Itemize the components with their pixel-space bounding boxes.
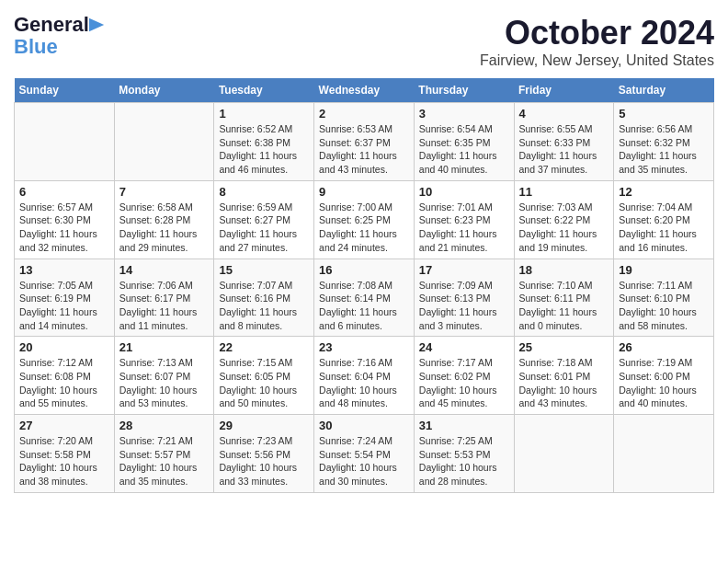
day-number: 29 (219, 419, 309, 432)
day-info: Sunrise: 7:12 AM Sunset: 6:08 PM Dayligh… (19, 357, 97, 408)
calendar-cell: 7Sunrise: 6:58 AM Sunset: 6:28 PM Daylig… (114, 180, 214, 259)
calendar-cell: 12Sunrise: 7:04 AM Sunset: 6:20 PM Dayli… (614, 180, 714, 259)
calendar-cell: 18Sunrise: 7:10 AM Sunset: 6:11 PM Dayli… (514, 259, 614, 337)
calendar-cell (15, 103, 115, 181)
day-info: Sunrise: 6:56 AM Sunset: 6:32 PM Dayligh… (619, 123, 697, 175)
page-header: General Blue October 2024 Fairview, New … (14, 14, 714, 69)
calendar-week-3: 13Sunrise: 7:05 AM Sunset: 6:19 PM Dayli… (15, 259, 714, 337)
calendar-cell: 4Sunrise: 6:55 AM Sunset: 6:33 PM Daylig… (514, 103, 614, 181)
header-day-sunday: Sunday (15, 78, 115, 103)
calendar-cell (514, 415, 614, 493)
day-info: Sunrise: 7:13 AM Sunset: 6:07 PM Dayligh… (119, 357, 198, 408)
day-info: Sunrise: 7:11 AM Sunset: 6:10 PM Dayligh… (619, 280, 697, 331)
day-number: 30 (319, 419, 409, 432)
calendar-cell: 28Sunrise: 7:21 AM Sunset: 5:57 PM Dayli… (114, 415, 214, 493)
calendar-cell: 29Sunrise: 7:23 AM Sunset: 5:56 PM Dayli… (214, 415, 314, 493)
day-number: 10 (419, 185, 509, 199)
day-info: Sunrise: 7:18 AM Sunset: 6:01 PM Dayligh… (519, 357, 597, 408)
logo: General Blue (14, 14, 106, 58)
day-number: 27 (19, 419, 109, 432)
calendar-cell: 21Sunrise: 7:13 AM Sunset: 6:07 PM Dayli… (114, 337, 214, 415)
calendar-cell: 23Sunrise: 7:16 AM Sunset: 6:04 PM Dayli… (314, 337, 415, 415)
calendar-cell: 10Sunrise: 7:01 AM Sunset: 6:23 PM Dayli… (414, 180, 514, 259)
calendar-subtitle: Fairview, New Jersey, United States (480, 52, 714, 69)
calendar-cell: 13Sunrise: 7:05 AM Sunset: 6:19 PM Dayli… (15, 259, 115, 337)
logo-arrow-icon (89, 17, 106, 33)
day-info: Sunrise: 7:01 AM Sunset: 6:23 PM Dayligh… (419, 201, 497, 253)
title-block: October 2024 Fairview, New Jersey, Unite… (480, 14, 714, 69)
calendar-cell: 11Sunrise: 7:03 AM Sunset: 6:22 PM Dayli… (514, 180, 614, 259)
day-info: Sunrise: 7:15 AM Sunset: 6:05 PM Dayligh… (219, 357, 297, 408)
day-number: 5 (619, 107, 709, 121)
calendar-cell: 31Sunrise: 7:25 AM Sunset: 5:53 PM Dayli… (414, 415, 514, 493)
day-number: 7 (119, 185, 210, 199)
calendar-cell: 8Sunrise: 6:59 AM Sunset: 6:27 PM Daylig… (214, 180, 314, 259)
day-info: Sunrise: 7:05 AM Sunset: 6:19 PM Dayligh… (19, 280, 97, 331)
calendar-cell: 6Sunrise: 6:57 AM Sunset: 6:30 PM Daylig… (15, 180, 115, 259)
day-number: 23 (319, 340, 409, 354)
day-info: Sunrise: 7:03 AM Sunset: 6:22 PM Dayligh… (519, 201, 597, 253)
day-info: Sunrise: 7:17 AM Sunset: 6:02 PM Dayligh… (419, 357, 497, 408)
day-info: Sunrise: 6:57 AM Sunset: 6:30 PM Dayligh… (19, 201, 97, 253)
calendar-cell: 5Sunrise: 6:56 AM Sunset: 6:32 PM Daylig… (614, 103, 714, 181)
day-number: 3 (419, 107, 509, 121)
calendar-cell: 14Sunrise: 7:06 AM Sunset: 6:17 PM Dayli… (114, 259, 214, 337)
day-number: 28 (119, 419, 210, 432)
header-day-friday: Friday (514, 78, 614, 103)
calendar-cell: 24Sunrise: 7:17 AM Sunset: 6:02 PM Dayli… (414, 337, 514, 415)
calendar-body: 1Sunrise: 6:52 AM Sunset: 6:38 PM Daylig… (15, 103, 714, 493)
day-number: 9 (319, 185, 409, 199)
day-info: Sunrise: 6:53 AM Sunset: 6:37 PM Dayligh… (319, 123, 397, 175)
day-number: 13 (19, 263, 109, 277)
day-info: Sunrise: 7:16 AM Sunset: 6:04 PM Dayligh… (319, 357, 397, 408)
calendar-cell: 27Sunrise: 7:20 AM Sunset: 5:58 PM Dayli… (15, 415, 115, 493)
calendar-cell: 17Sunrise: 7:09 AM Sunset: 6:13 PM Dayli… (414, 259, 514, 337)
calendar-cell: 2Sunrise: 6:53 AM Sunset: 6:37 PM Daylig… (314, 103, 415, 181)
day-number: 31 (419, 419, 509, 432)
day-info: Sunrise: 7:06 AM Sunset: 6:17 PM Dayligh… (119, 280, 198, 331)
day-number: 21 (119, 340, 210, 354)
header-day-tuesday: Tuesday (214, 78, 314, 103)
day-info: Sunrise: 7:09 AM Sunset: 6:13 PM Dayligh… (419, 280, 497, 331)
calendar-cell: 15Sunrise: 7:07 AM Sunset: 6:16 PM Dayli… (214, 259, 314, 337)
header-day-saturday: Saturday (614, 78, 714, 103)
day-number: 19 (619, 263, 709, 277)
svg-marker-0 (89, 18, 104, 31)
day-number: 20 (19, 340, 109, 354)
calendar-week-1: 1Sunrise: 6:52 AM Sunset: 6:38 PM Daylig… (15, 103, 714, 181)
day-number: 8 (219, 185, 309, 199)
day-number: 17 (419, 263, 509, 277)
day-info: Sunrise: 7:25 AM Sunset: 5:53 PM Dayligh… (419, 435, 497, 487)
header-day-monday: Monday (114, 78, 214, 103)
day-info: Sunrise: 7:08 AM Sunset: 6:14 PM Dayligh… (319, 280, 397, 331)
day-number: 2 (319, 107, 409, 121)
day-number: 6 (19, 185, 109, 199)
calendar-cell: 9Sunrise: 7:00 AM Sunset: 6:25 PM Daylig… (314, 180, 415, 259)
day-info: Sunrise: 7:04 AM Sunset: 6:20 PM Dayligh… (619, 201, 697, 253)
calendar-cell: 16Sunrise: 7:08 AM Sunset: 6:14 PM Dayli… (314, 259, 415, 337)
logo-text-general: General (14, 14, 89, 36)
day-number: 12 (619, 185, 709, 199)
day-info: Sunrise: 6:54 AM Sunset: 6:35 PM Dayligh… (419, 123, 497, 175)
calendar-cell: 1Sunrise: 6:52 AM Sunset: 6:38 PM Daylig… (214, 103, 314, 181)
day-info: Sunrise: 6:58 AM Sunset: 6:28 PM Dayligh… (119, 201, 198, 253)
calendar-week-2: 6Sunrise: 6:57 AM Sunset: 6:30 PM Daylig… (15, 180, 714, 259)
day-number: 22 (219, 340, 309, 354)
day-number: 25 (519, 340, 609, 354)
day-number: 24 (419, 340, 509, 354)
day-number: 18 (519, 263, 609, 277)
day-number: 16 (319, 263, 409, 277)
calendar-cell: 3Sunrise: 6:54 AM Sunset: 6:35 PM Daylig… (414, 103, 514, 181)
day-number: 26 (619, 340, 709, 354)
calendar-cell: 22Sunrise: 7:15 AM Sunset: 6:05 PM Dayli… (214, 337, 314, 415)
header-day-wednesday: Wednesday (314, 78, 415, 103)
day-number: 1 (219, 107, 309, 121)
calendar-cell: 20Sunrise: 7:12 AM Sunset: 6:08 PM Dayli… (15, 337, 115, 415)
day-info: Sunrise: 7:19 AM Sunset: 6:00 PM Dayligh… (619, 357, 697, 408)
day-number: 11 (519, 185, 609, 199)
calendar-table: SundayMondayTuesdayWednesdayThursdayFrid… (14, 78, 714, 493)
calendar-cell (614, 415, 714, 493)
calendar-cell: 25Sunrise: 7:18 AM Sunset: 6:01 PM Dayli… (514, 337, 614, 415)
day-info: Sunrise: 7:07 AM Sunset: 6:16 PM Dayligh… (219, 280, 297, 331)
day-info: Sunrise: 7:21 AM Sunset: 5:57 PM Dayligh… (119, 435, 198, 487)
